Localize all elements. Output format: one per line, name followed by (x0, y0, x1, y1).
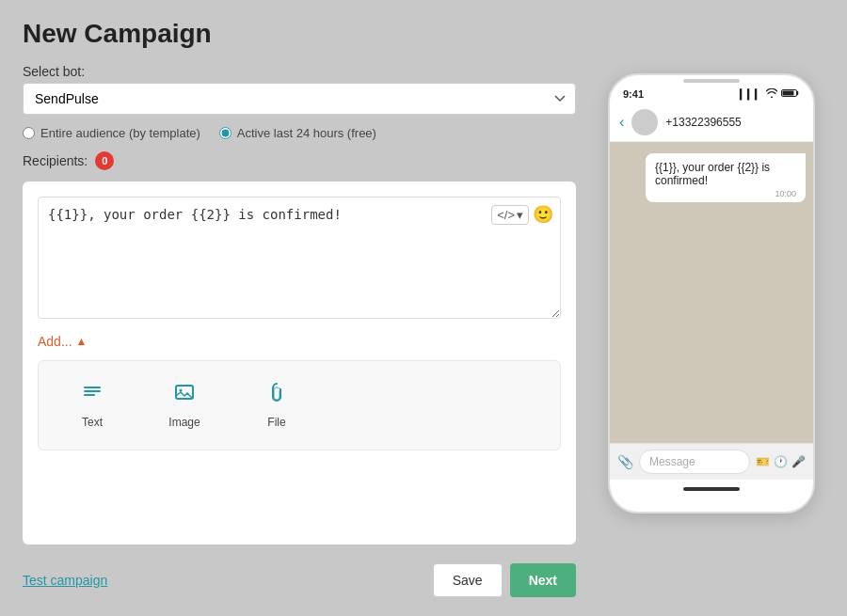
bot-select[interactable]: SendPulse (23, 83, 576, 115)
chat-input-placeholder-text: Message (649, 455, 695, 468)
add-image-item[interactable]: Image (142, 372, 227, 438)
entire-audience-label: Entire audience (by template) (40, 126, 200, 140)
add-file-item[interactable]: File (234, 372, 319, 438)
test-campaign-button[interactable]: Test campaign (23, 573, 107, 588)
page-title: New Campaign (23, 19, 824, 49)
save-button[interactable]: Save (433, 563, 503, 597)
add-text-item[interactable]: Text (50, 372, 135, 438)
notch (683, 79, 740, 83)
chat-body: {{1}}, your order {{2}} is confirmed! 10… (610, 142, 813, 443)
sticker-icon: 🎫 (756, 455, 770, 468)
message-time: 10:00 (655, 189, 796, 198)
phone-home-indicator (610, 480, 813, 493)
emoji-button[interactable]: 🙂 (533, 204, 553, 225)
add-file-label: File (267, 416, 285, 429)
phone-status-right: ▎▎▎ (740, 88, 800, 100)
contact-avatar (631, 109, 658, 135)
active-audience-option[interactable]: Active last 24 hours (free) (219, 126, 376, 140)
back-arrow-icon[interactable]: ‹ (619, 114, 624, 131)
text-icon (81, 382, 104, 410)
phone-status-bar: 9:41 ▎▎▎ (610, 83, 813, 103)
signal-icon: ▎▎▎ (740, 89, 762, 100)
message-area: {{1}}, your order {{2}} is confirmed! </… (23, 182, 576, 545)
add-image-label: Image (168, 416, 200, 429)
next-button[interactable]: Next (510, 563, 576, 597)
image-icon (173, 382, 196, 410)
recipients-badge: 0 (95, 151, 114, 170)
notch-area (610, 75, 813, 83)
add-label: Add... (38, 334, 72, 349)
phone-container: 9:41 ▎▎▎ (599, 64, 824, 597)
phone-mockup: 9:41 ▎▎▎ (608, 73, 815, 513)
emoji-icon: 🙂 (533, 205, 553, 224)
textarea-icons: </> ▾ 🙂 (491, 204, 553, 225)
home-bar (683, 487, 740, 491)
active-audience-label: Active last 24 hours (free) (237, 126, 376, 140)
action-buttons: Save Next (433, 563, 576, 597)
recipients-label: Recipients: (23, 153, 88, 168)
battery-icon (781, 88, 800, 100)
entire-audience-option[interactable]: Entire audience (by template) (23, 126, 200, 140)
wifi-icon (766, 88, 777, 100)
add-arrow-icon: ▲ (76, 335, 88, 348)
add-row[interactable]: Add... ▲ (38, 334, 561, 349)
file-icon (265, 382, 288, 410)
entire-audience-radio[interactable] (23, 127, 35, 139)
chat-header: ‹ +13322396555 (610, 103, 813, 142)
recipients-row: Recipients: 0 (23, 151, 576, 170)
attachment-icon: 📎 (617, 454, 633, 469)
textarea-wrapper: {{1}}, your order {{2}} is confirmed! </… (38, 197, 561, 323)
code-icon: </> (497, 208, 515, 222)
add-text-label: Text (82, 416, 103, 429)
contact-name: +13322396555 (665, 116, 741, 129)
phone-time: 9:41 (623, 88, 644, 100)
code-button[interactable]: </> ▾ (491, 205, 529, 225)
svg-rect-6 (783, 91, 794, 96)
message-text: {{1}}, your order {{2}} is confirmed! (655, 161, 770, 187)
select-bot-label: Select bot: (23, 64, 576, 79)
chat-message-input[interactable]: Message (639, 450, 750, 474)
chat-input-bar: 📎 Message 🎫 🕐 🎤 (610, 443, 813, 480)
mic-icon: 🎤 (791, 455, 806, 468)
active-audience-radio[interactable] (219, 127, 232, 139)
message-bubble: {{1}}, your order {{2}} is confirmed! 10… (646, 153, 806, 202)
message-textarea[interactable]: {{1}}, your order {{2}} is confirmed! (38, 197, 561, 319)
add-items-container: Text Image (38, 360, 561, 450)
chat-input-icons: 🎫 🕐 🎤 (756, 455, 806, 468)
code-dropdown-arrow: ▾ (517, 208, 523, 222)
bottom-bar: Test campaign Save Next (23, 563, 576, 597)
audience-radio-group: Entire audience (by template) Active las… (23, 126, 576, 140)
clock-icon: 🕐 (774, 455, 788, 468)
